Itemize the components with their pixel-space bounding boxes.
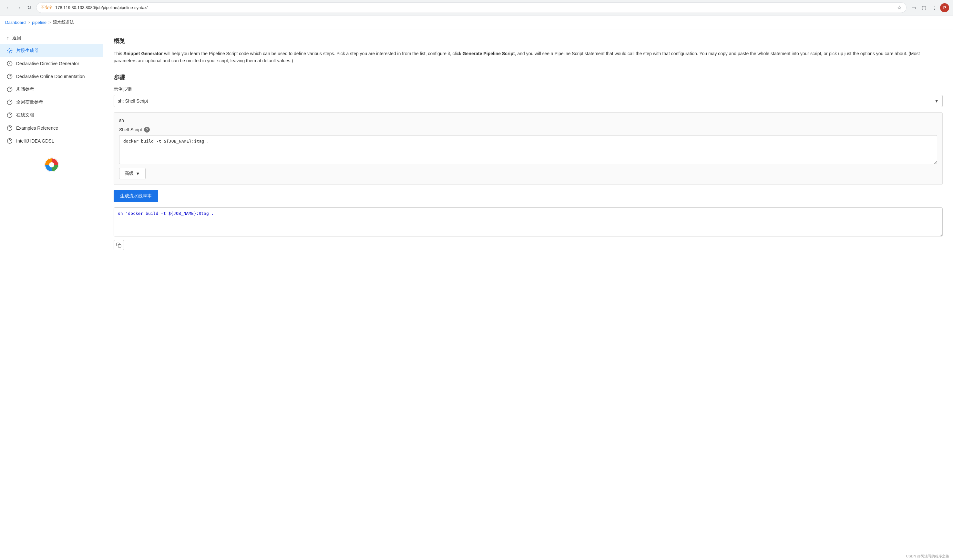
sidebar-label-examples-reference: Examples Reference (16, 125, 58, 131)
sidebar-label-global-var: 全局变量参考 (16, 99, 43, 105)
back-button[interactable]: ← (4, 3, 13, 12)
generate-button[interactable]: 生成流水线脚本 (113, 190, 158, 202)
question-circle-icon-3 (6, 99, 13, 105)
advanced-button[interactable]: 高级 ▼ (119, 168, 146, 179)
sidebar-item-declarative-directive[interactable]: Declarative Directive Generator (0, 57, 103, 70)
question-circle-icon-6 (6, 138, 13, 144)
svg-point-9 (49, 162, 54, 167)
script-label: Shell Script ? (119, 127, 937, 133)
copy-icon (116, 243, 121, 248)
sidebar-item-global-var[interactable]: 全局变量参考 (0, 96, 103, 109)
sidebar-item-intellij-gdsl[interactable]: IntelliJ IDEA GDSL (0, 135, 103, 147)
main-content: 概览 This Snippet Generator will help you … (103, 29, 953, 560)
sidebar-item-step-reference[interactable]: 步骤参考 (0, 83, 103, 96)
browser-chrome: ← → ↻ 不安全 178.119.30.133:8080/job/pipeli… (0, 0, 953, 15)
code-block: sh Shell Script ? 高级 ▼ (113, 112, 943, 185)
bookmark-icon[interactable]: ☆ (897, 5, 902, 11)
security-warning: 不安全 (41, 5, 53, 10)
snippet-generator-label: Snippet Generator (123, 51, 163, 56)
overview-text-2: will help you learn the Pipeline Script … (163, 51, 462, 56)
profile-button[interactable]: P (940, 3, 949, 12)
sidebar-back[interactable]: ↑ 返回 (0, 32, 103, 44)
steps-title: 步骤 (113, 74, 943, 81)
svg-rect-10 (118, 244, 121, 248)
breadcrumb-pipeline[interactable]: pipeline (32, 20, 47, 25)
svg-point-0 (9, 50, 11, 52)
back-arrow-icon: ↑ (6, 35, 9, 41)
sidebar: ↑ 返回 片段生成器 Declarative Directive Generat… (0, 29, 103, 560)
sidebar-label-intellij-gdsl: IntelliJ IDEA GDSL (16, 138, 54, 144)
sidebar-label-declarative-online-doc: Declarative Online Documentation (16, 74, 85, 79)
sidebar-label-step-reference: 步骤参考 (16, 87, 34, 92)
gear-circle-icon (6, 60, 13, 67)
breadcrumb: Dashboard > pipeline > 流水线语法 (0, 15, 953, 29)
main-layout: ↑ 返回 片段生成器 Declarative Directive Generat… (0, 29, 953, 560)
url-text: 178.119.30.133:8080/job/pipeline/pipelin… (55, 5, 894, 10)
shell-script-label: Shell Script (119, 127, 142, 132)
browser-actions: ▭ ▢ ⋮ P (909, 3, 949, 12)
sidebar-label-online-doc: 在线文档 (16, 112, 34, 118)
breadcrumb-sep-2: > (48, 20, 51, 25)
breadcrumb-current: 流水线语法 (53, 19, 74, 25)
step-select-wrapper: sh: Shell Script bat: Windows Batch Scri… (113, 95, 943, 107)
advanced-label: 高级 (125, 171, 133, 176)
overview-title: 概览 (113, 37, 943, 45)
nav-buttons: ← → ↻ (4, 3, 34, 12)
example-step-label: 示例步骤 (113, 87, 943, 92)
code-block-header: sh (119, 118, 937, 123)
script-textarea[interactable] (119, 135, 937, 164)
breadcrumb-dashboard[interactable]: Dashboard (5, 20, 26, 25)
forward-button[interactable]: → (14, 3, 23, 12)
settings-icon (6, 47, 13, 54)
sidebar-label-declarative-directive: Declarative Directive Generator (16, 61, 79, 66)
sidebar-label-snippet-gen: 片段生成器 (16, 48, 39, 54)
menu-button[interactable]: ⋮ (930, 3, 939, 12)
help-icon[interactable]: ? (144, 127, 150, 133)
sidebar-item-examples-reference[interactable]: Examples Reference (0, 122, 103, 135)
back-label: 返回 (12, 35, 21, 41)
overview-text: This Snippet Generator will help you lea… (113, 50, 943, 65)
overview-text-1: This (113, 51, 123, 56)
question-circle-icon-4 (6, 112, 13, 118)
logo-area (0, 151, 103, 179)
sidebar-item-snippet-gen[interactable]: 片段生成器 (0, 44, 103, 57)
question-circle-icon-5 (6, 125, 13, 131)
question-circle-icon-1 (6, 73, 13, 80)
extensions-button[interactable]: ▢ (919, 3, 928, 12)
question-circle-icon-2 (6, 86, 13, 93)
footer-watermark: CSDN @阿法写的程序之路 (906, 554, 949, 559)
sidebar-item-online-doc[interactable]: 在线文档 (0, 109, 103, 122)
step-select[interactable]: sh: Shell Script bat: Windows Batch Scri… (113, 95, 943, 107)
chevron-down-icon: ▼ (136, 171, 140, 176)
cast-button[interactable]: ▭ (909, 3, 918, 12)
breadcrumb-sep-1: > (28, 20, 30, 25)
app-logo (44, 157, 59, 173)
sidebar-item-declarative-online-doc[interactable]: Declarative Online Documentation (0, 70, 103, 83)
address-bar[interactable]: 不安全 178.119.30.133:8080/job/pipeline/pip… (36, 2, 906, 13)
output-textarea[interactable] (113, 207, 943, 237)
reload-button[interactable]: ↻ (25, 3, 34, 12)
generate-pipeline-script-label: Generate Pipeline Script (463, 51, 515, 56)
copy-button[interactable] (113, 240, 124, 250)
